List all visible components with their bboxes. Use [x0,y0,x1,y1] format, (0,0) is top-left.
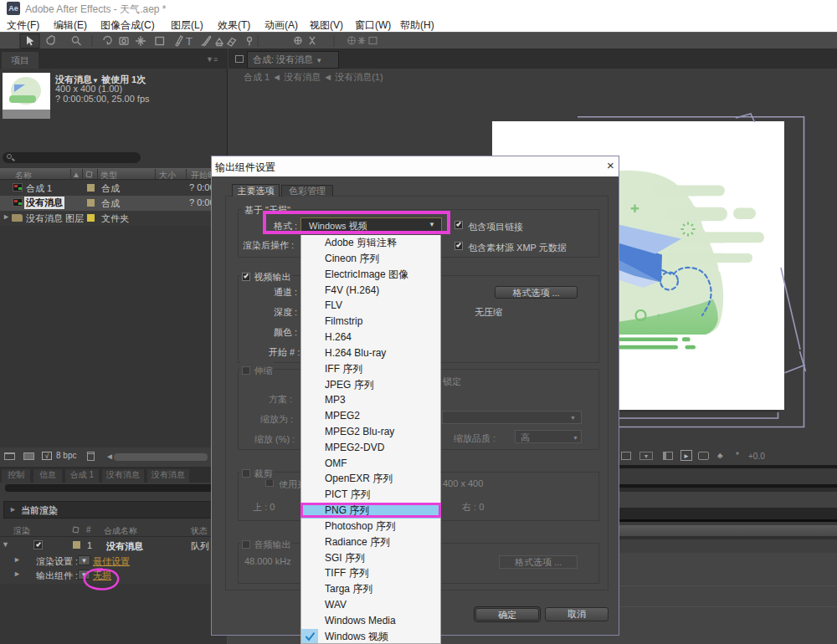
svg-text:T: T [186,35,193,48]
